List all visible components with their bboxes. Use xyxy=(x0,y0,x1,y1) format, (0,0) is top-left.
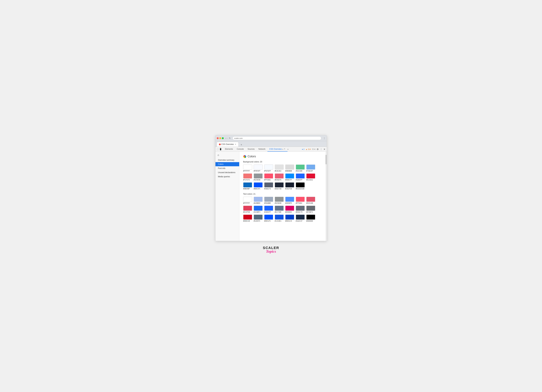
text-color-item[interactable]: #000000 xyxy=(306,215,315,222)
more-options-icon[interactable]: ⋮ xyxy=(320,148,322,151)
tab-css-overview[interactable]: 🔴 CSS Overview ✕ xyxy=(217,142,238,147)
text-color-item[interactable]: #D0021B xyxy=(243,215,252,222)
text-color-item[interactable]: #52697C xyxy=(254,215,263,222)
sidebar-item-unused-declarations[interactable]: Unused declarations xyxy=(216,170,239,174)
color-swatch[interactable] xyxy=(264,215,273,220)
color-swatch[interactable] xyxy=(296,182,305,187)
color-swatch[interactable] xyxy=(275,174,284,179)
devtools-close-icon[interactable]: ✕ xyxy=(324,148,325,151)
color-swatch[interactable] xyxy=(243,197,252,202)
background-color-item[interactable]: #0051FC xyxy=(254,182,263,190)
close-button[interactable] xyxy=(217,137,219,139)
background-color-item[interactable]: #56C68E xyxy=(296,164,305,172)
maximize-button[interactable] xyxy=(222,137,224,139)
color-swatch[interactable] xyxy=(275,215,284,220)
new-tab-button[interactable]: + xyxy=(239,143,243,147)
address-bar[interactable]: scaler.com xyxy=(233,136,321,140)
more-tabs-button[interactable]: » xyxy=(287,148,289,150)
color-swatch[interactable] xyxy=(296,197,305,202)
color-swatch[interactable] xyxy=(285,164,294,170)
text-color-item[interactable]: #929698 xyxy=(275,197,284,204)
back-icon[interactable]: ‹ xyxy=(226,137,227,140)
scrollbar-thumb[interactable] xyxy=(325,155,327,164)
tab-close-icon[interactable]: ✕ xyxy=(234,143,237,145)
devtools-tab-sources[interactable]: Sources xyxy=(246,147,257,152)
sidebar-item-overview-summary[interactable]: Overview summary xyxy=(216,158,239,162)
text-color-item[interactable]: #D90065 xyxy=(285,206,294,213)
settings-icon[interactable]: ⚙ xyxy=(317,148,319,151)
color-swatch[interactable] xyxy=(285,215,294,220)
text-color-item[interactable]: #676B71 xyxy=(306,206,315,213)
color-swatch[interactable] xyxy=(285,182,294,187)
text-color-item[interactable]: #1A2C47 xyxy=(296,215,305,222)
color-swatch[interactable] xyxy=(275,164,284,170)
color-swatch[interactable] xyxy=(254,182,263,187)
background-color-item[interactable]: #FFFFFF xyxy=(243,164,252,172)
text-color-item[interactable]: #FF506C xyxy=(296,197,305,204)
color-swatch[interactable] xyxy=(254,164,263,170)
background-color-item[interactable]: #008CFF xyxy=(285,174,294,181)
background-color-item[interactable]: #01010180 xyxy=(296,182,305,190)
color-swatch[interactable] xyxy=(254,174,263,179)
devtools-tab-network[interactable]: Network xyxy=(257,147,267,152)
background-color-item[interactable]: #F8FAFF xyxy=(254,164,263,172)
background-color-item[interactable]: #5A6273 xyxy=(264,182,273,190)
color-swatch[interactable] xyxy=(243,182,252,187)
sidebar-item-font-info[interactable]: Font info xyxy=(216,166,239,170)
color-swatch[interactable] xyxy=(296,174,305,179)
background-color-item[interactable]: #FF506C xyxy=(264,174,273,181)
devtools-tab-css-overview[interactable]: CSS Overview ▲ ✕ xyxy=(267,147,287,152)
color-swatch[interactable] xyxy=(264,206,273,211)
color-swatch[interactable] xyxy=(285,174,294,179)
color-swatch[interactable] xyxy=(254,197,263,202)
css-overview-close-icon[interactable]: ✕ xyxy=(283,148,286,150)
devtools-tab-console[interactable]: Console xyxy=(235,147,246,152)
background-color-item[interactable]: #1D65FF xyxy=(296,174,305,181)
sidebar-item-colors[interactable]: Colors xyxy=(216,162,239,166)
color-swatch[interactable] xyxy=(264,197,273,202)
color-swatch[interactable] xyxy=(254,206,263,211)
scrollbar-track[interactable] xyxy=(325,152,327,241)
color-swatch[interactable] xyxy=(306,206,315,211)
background-color-item[interactable]: #F6FAFF xyxy=(264,164,273,172)
background-color-item[interactable]: #202738 xyxy=(275,182,284,190)
text-color-item[interactable]: #E4526B xyxy=(306,197,315,204)
text-color-item[interactable]: #4D90FE xyxy=(285,197,294,204)
background-color-item[interactable]: #74ACEF xyxy=(306,164,315,172)
menu-icon[interactable]: ⋮ xyxy=(323,137,325,140)
text-color-item[interactable]: #0051FC xyxy=(264,215,273,222)
text-color-item[interactable]: #656C79 xyxy=(296,206,305,213)
color-swatch[interactable] xyxy=(264,174,273,179)
color-swatch[interactable] xyxy=(243,164,252,170)
color-swatch[interactable] xyxy=(243,215,252,220)
background-color-item[interactable]: #DBDBDB xyxy=(285,164,294,172)
color-swatch[interactable] xyxy=(296,215,305,220)
devtools-inspect-icon[interactable]: 📱 xyxy=(219,148,222,150)
color-swatch[interactable] xyxy=(275,182,284,187)
color-swatch[interactable] xyxy=(285,197,294,202)
color-swatch[interactable] xyxy=(296,164,305,170)
reload-icon[interactable]: ↻ xyxy=(229,137,231,139)
background-color-item[interactable]: #0B69BF xyxy=(243,182,252,190)
text-color-item[interactable]: #1D65FF xyxy=(264,206,273,213)
text-color-item[interactable]: #1154E1 xyxy=(275,215,284,222)
stop-capture-button[interactable]: ⊘ xyxy=(217,153,220,157)
text-color-item[interactable]: #1C6BF3 xyxy=(254,206,263,213)
text-color-item[interactable]: #A2BBEE xyxy=(254,197,263,204)
color-swatch[interactable] xyxy=(254,215,263,220)
color-swatch[interactable] xyxy=(243,206,252,211)
minimize-button[interactable] xyxy=(219,137,221,139)
background-color-item[interactable]: #181F30 xyxy=(285,182,294,190)
color-swatch[interactable] xyxy=(306,197,315,202)
text-color-item[interactable]: #9EABBE xyxy=(264,197,273,204)
color-swatch[interactable] xyxy=(306,215,315,220)
text-color-item[interactable]: #E23F5B xyxy=(243,206,252,213)
background-color-item[interactable]: #929698 xyxy=(254,174,263,181)
background-color-item[interactable]: #E95D75 xyxy=(275,174,284,181)
sidebar-item-media-queries[interactable]: Media queries xyxy=(216,174,239,179)
color-swatch[interactable] xyxy=(285,206,294,211)
color-swatch[interactable] xyxy=(275,206,284,211)
text-color-item[interactable]: #FFFFFF xyxy=(243,197,252,204)
background-color-item[interactable]: #E21032 xyxy=(306,174,315,181)
background-color-item[interactable]: #E2E2E2 xyxy=(275,164,284,172)
